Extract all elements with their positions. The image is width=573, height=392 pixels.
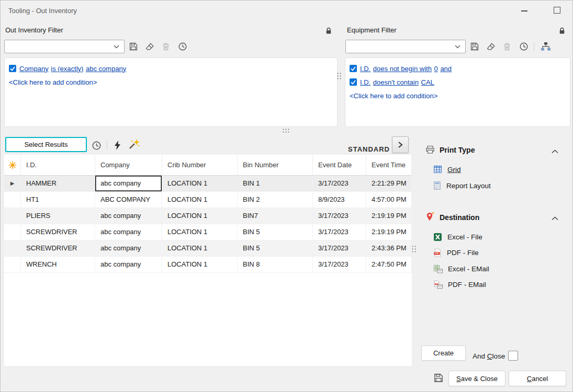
and-close-checkbox[interactable] (508, 351, 518, 361)
equipment-tree-button[interactable] (540, 40, 552, 53)
run-query-button[interactable] (111, 139, 123, 152)
grid-cell[interactable]: LOCATION 1 (162, 192, 238, 208)
grid-cell[interactable]: BIN7 (238, 208, 313, 224)
condition-operator-link[interactable]: is (exactly) (51, 65, 83, 73)
splitter-grip[interactable] (282, 128, 290, 133)
destination-option-pdf-email[interactable]: PDF PDF - EMail (433, 278, 486, 291)
grid-cell[interactable]: SCREWDRIVER (21, 224, 95, 240)
condition-checkbox[interactable] (350, 65, 357, 72)
condition-field-link[interactable]: I.D. (360, 78, 370, 86)
clear-filter-button[interactable] (143, 40, 156, 53)
save-close-button[interactable]: Save & Close (448, 371, 505, 386)
grid-cell[interactable]: 2:19:19 PM (366, 208, 412, 224)
out-inventory-filter-dropdown[interactable] (4, 40, 125, 53)
grid-cell[interactable]: 2:19:19 PM (366, 224, 412, 240)
grid-cell[interactable]: HAMMER (21, 176, 95, 192)
format-wizard-button[interactable] (128, 138, 140, 151)
splitter-grip[interactable] (336, 72, 342, 80)
lock-icon[interactable] (556, 24, 568, 37)
condition-field-link[interactable]: Company (19, 65, 49, 73)
cancel-button[interactable]: Cancel (509, 371, 566, 386)
splitter-grip[interactable] (411, 245, 417, 253)
grid-cell[interactable]: abc company (95, 240, 162, 257)
grid-cell[interactable]: WRENCH (21, 257, 95, 273)
grid-options-header[interactable] (4, 155, 21, 176)
condition-value-link[interactable]: CAL (421, 78, 434, 86)
grid-cell[interactable]: BIN 5 (238, 224, 313, 240)
column-header-company[interactable]: Company (95, 155, 162, 176)
grid-cell[interactable]: LOCATION 1 (162, 224, 238, 240)
grid-cell[interactable]: ABC COMPANY (95, 192, 162, 208)
grid-cell[interactable]: abc company (95, 224, 162, 240)
excel-email-icon (433, 264, 443, 273)
condition-value-link[interactable]: abc company (86, 65, 126, 73)
grid-cell[interactable]: 3/17/2023 (313, 176, 366, 192)
condition-field-link[interactable]: I.D. (360, 65, 370, 73)
grid-cell[interactable]: 3/17/2023 (313, 257, 366, 273)
grid-cell[interactable]: 4:57:00 PM (366, 192, 412, 208)
expand-panel-button[interactable] (392, 136, 409, 153)
add-condition-link[interactable]: <Click here to add condition> (9, 78, 97, 86)
destination-option-pdf-file[interactable]: PDF PDF - File (433, 246, 479, 259)
history-icon (92, 141, 102, 151)
collapse-destination-button[interactable] (548, 212, 561, 225)
equipment-filter-label: Equipment Filter (347, 26, 397, 34)
condition-operator-link[interactable]: doesn't contain (373, 78, 419, 86)
save-settings-button[interactable] (432, 372, 445, 384)
filter-history-button[interactable] (518, 40, 530, 53)
column-header-crib-number[interactable]: Crib Number (162, 155, 238, 176)
grid-cell[interactable]: LOCATION 1 (162, 176, 238, 192)
grid-cell[interactable]: abc company (95, 257, 162, 273)
grid-cell[interactable]: BIN 8 (238, 257, 313, 273)
grid-cell[interactable]: BIN 1 (238, 176, 313, 192)
grid-cell[interactable]: LOCATION 1 (162, 240, 238, 257)
condition-join-link[interactable]: and (440, 65, 452, 73)
grid-cell[interactable]: abc company (95, 208, 162, 224)
grid-cell[interactable]: LOCATION 1 (162, 257, 238, 273)
grid-cell[interactable]: HT1 (21, 192, 95, 208)
grid-cell[interactable]: 3/17/2023 (313, 240, 366, 257)
condition-value-link[interactable]: 0 (434, 65, 438, 73)
grid-cell[interactable]: 3/17/2023 (313, 208, 366, 224)
delete-filter-button[interactable] (160, 40, 172, 53)
condition-checkbox[interactable] (9, 65, 16, 72)
grid-cell[interactable]: 3/17/2023 (313, 224, 366, 240)
save-icon (433, 373, 444, 383)
grid-cell[interactable]: PLIERS (21, 208, 95, 224)
condition-checkbox[interactable] (350, 78, 357, 86)
grid-cell[interactable]: 2:21:29 PM (366, 176, 412, 192)
minimize-button[interactable] (521, 10, 527, 11)
history-icon (519, 42, 529, 51)
save-filter-button[interactable] (468, 40, 481, 53)
select-results-button[interactable]: Select Results (5, 137, 87, 152)
equipment-filter-dropdown[interactable] (345, 40, 466, 53)
print-type-option-report[interactable]: Report Layout (433, 179, 491, 192)
destination-option-excel-file[interactable]: Excel - File (433, 230, 482, 243)
filter-history-button[interactable] (176, 40, 189, 53)
results-history-button[interactable] (90, 139, 103, 152)
delete-filter-button[interactable] (501, 40, 513, 53)
grid-cell[interactable]: LOCATION 1 (162, 208, 238, 224)
destination-option-excel-email[interactable]: Excel - EMail (433, 262, 489, 275)
grid-cell[interactable]: 8/9/2023 (313, 192, 366, 208)
column-header-bin-number[interactable]: Bin Number (238, 155, 313, 176)
grid-cell[interactable]: BIN 2 (238, 192, 313, 208)
grid-cell-focused[interactable]: abc company (95, 176, 162, 192)
add-condition-link[interactable]: <Click here to add condition> (350, 92, 437, 100)
maximize-button[interactable] (554, 7, 560, 14)
save-icon (129, 42, 138, 51)
clear-filter-button[interactable] (485, 40, 497, 53)
lock-icon[interactable] (322, 24, 335, 37)
collapse-print-type-button[interactable] (548, 145, 561, 158)
column-header-event-date[interactable]: Event Date (313, 155, 366, 176)
grid-cell[interactable]: 2:43:36 PM (366, 240, 412, 257)
save-filter-button[interactable] (127, 40, 140, 53)
grid-cell[interactable]: BIN 5 (238, 240, 313, 257)
condition-operator-link[interactable]: does not begin with (373, 65, 432, 73)
print-type-option-grid[interactable]: Grid (433, 163, 461, 176)
grid-cell[interactable]: SCREWDRIVER (21, 240, 95, 257)
column-header-id[interactable]: I.D. (21, 155, 95, 176)
column-header-event-time[interactable]: Event Time (366, 155, 412, 176)
grid-cell[interactable]: 2:47:50 PM (366, 257, 412, 273)
create-button[interactable]: Create (421, 345, 466, 361)
